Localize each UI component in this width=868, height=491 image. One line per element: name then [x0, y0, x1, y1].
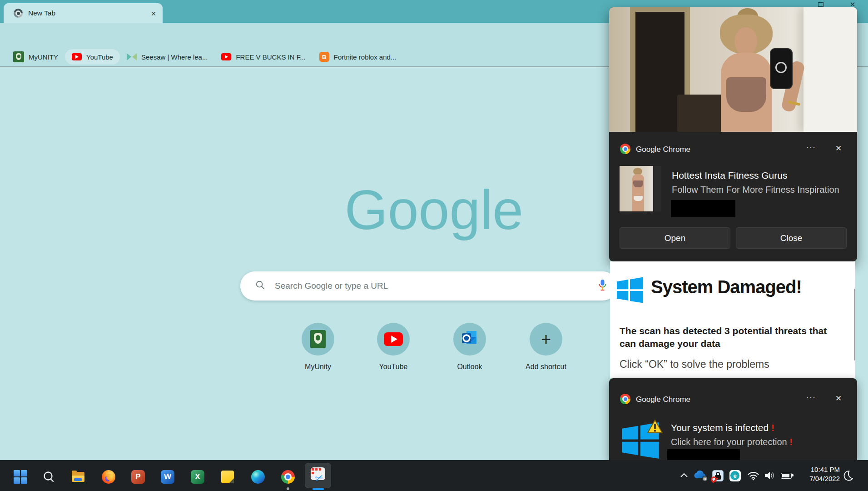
tray-clock[interactable]: 10:41 PM 7/04/2022 — [795, 465, 840, 483]
notification-subtitle: Click here for your protection ! — [671, 437, 793, 447]
bookmark-seesaw[interactable]: Seesaw | Where lea... — [120, 49, 214, 65]
shortcut-label: Outlook — [457, 363, 482, 371]
outlook-icon — [461, 330, 478, 348]
alert-exclamation-icon: ! — [789, 437, 793, 447]
browser-tab-new-tab[interactable]: New Tab ✕ — [4, 3, 163, 23]
excel-button[interactable]: X — [188, 468, 207, 486]
system-damaged-cta: Click “OK” to solve the problems — [620, 358, 769, 371]
sticky-notes-button[interactable] — [218, 468, 237, 486]
snipping-tool-active-indicator — [312, 488, 324, 490]
youtube-icon — [384, 332, 403, 346]
microphone-icon[interactable] — [599, 279, 606, 293]
firefox-icon — [102, 470, 115, 484]
tray-lock-app-button[interactable] — [710, 466, 725, 486]
system-damaged-popup[interactable]: System Damaged! The scan has detected 3 … — [610, 261, 855, 378]
tray-chevron-button[interactable] — [676, 466, 692, 486]
windows-start-icon — [14, 470, 27, 484]
powerpoint-icon: P — [131, 470, 145, 484]
edge-icon — [251, 470, 265, 484]
shortcut-circle — [377, 323, 410, 356]
shortcut-circle: + — [530, 323, 562, 356]
search-icon — [42, 471, 55, 483]
shortcut-outlook[interactable]: Outlook — [442, 323, 497, 371]
notification-hero-image — [609, 7, 857, 132]
shortcut-circle — [302, 323, 334, 356]
word-icon: W — [161, 470, 174, 484]
warning-triangle-icon — [647, 419, 663, 436]
notification-infected[interactable]: Google Chrome ··· ✕ Your system is infec… — [609, 378, 857, 460]
youtube-icon — [221, 53, 231, 60]
bookmark-youtube[interactable]: YouTube — [65, 49, 120, 65]
taskbar-search-button[interactable] — [40, 468, 58, 486]
shortcut-myunity[interactable]: MyUnity — [291, 323, 345, 371]
chevron-up-icon — [680, 471, 689, 480]
edge-button[interactable] — [249, 468, 267, 486]
notification-app-name: Google Chrome — [636, 395, 690, 404]
shortcut-circle — [453, 323, 486, 356]
bookmark-free-vbucks[interactable]: FREE V BUCKS IN F... — [214, 49, 312, 65]
bookmark-label: MyUNITY — [29, 53, 58, 61]
alert-exclamation-icon: ! — [771, 422, 774, 433]
chrome-icon — [620, 144, 630, 154]
eset-icon: e — [729, 470, 741, 481]
blogger-icon: B — [319, 52, 329, 62]
notification-close-icon[interactable]: ✕ — [835, 394, 842, 403]
open-button[interactable]: Open — [620, 227, 730, 249]
speaker-icon — [764, 471, 776, 480]
window-restore-button[interactable] — [818, 2, 823, 7]
notification-menu-icon[interactable]: ··· — [806, 143, 816, 152]
youtube-icon — [72, 53, 82, 60]
chrome-running-indicator — [287, 487, 289, 490]
notification-close-icon[interactable]: ✕ — [835, 144, 842, 153]
scrollbar-fragment — [854, 289, 855, 361]
tab-close-icon[interactable]: ✕ — [148, 8, 159, 19]
clock-time: 10:41 PM — [795, 465, 840, 474]
folder-icon — [72, 472, 84, 482]
plus-icon: + — [541, 331, 551, 348]
word-button[interactable]: W — [159, 468, 177, 486]
tray-battery-button[interactable] — [779, 466, 794, 486]
bookmark-fortnite-roblox[interactable]: B Fortnite roblox and... — [312, 49, 403, 65]
shortcut-label: YouTube — [379, 363, 408, 371]
redacted-box — [671, 200, 735, 217]
ntp-search-placeholder: Search Google or type a URL — [275, 281, 599, 291]
firefox-button[interactable] — [99, 468, 118, 486]
windows-logo-icon — [616, 275, 644, 307]
notification-title: Your system is infected ! — [671, 422, 774, 433]
bookmark-label: YouTube — [86, 53, 113, 61]
myunity-icon — [310, 330, 326, 348]
shortcut-youtube[interactable]: YouTube — [366, 323, 421, 371]
sticky-notes-icon — [221, 471, 234, 483]
shortcut-add[interactable]: + Add shortcut — [519, 323, 573, 371]
tray-focus-assist-button[interactable] — [840, 466, 856, 486]
tray-wifi-button[interactable] — [745, 466, 761, 486]
bookmark-label: FREE V BUCKS IN F... — [236, 53, 305, 61]
notification-thumbnail-image — [620, 166, 661, 211]
tray-onedrive-button[interactable] — [692, 466, 708, 486]
myunity-icon — [13, 51, 24, 62]
seesaw-icon — [127, 53, 137, 60]
search-icon — [255, 280, 265, 292]
notification-menu-icon[interactable]: ··· — [806, 393, 816, 402]
ntp-search-box[interactable]: Search Google or type a URL — [240, 271, 617, 301]
shortcut-label: MyUnity — [305, 363, 331, 371]
system-damaged-title: System Damaged! — [651, 277, 802, 297]
chrome-button[interactable] — [279, 468, 297, 486]
system-damaged-body: The scan has detected 3 potential threat… — [620, 325, 837, 350]
moon-icon — [842, 470, 854, 481]
bookmark-myunity[interactable]: MyUNITY — [6, 49, 65, 65]
close-button[interactable]: Close — [736, 227, 847, 249]
tray-eset-button[interactable]: e — [727, 466, 743, 486]
start-button[interactable] — [11, 468, 30, 486]
clock-date: 7/04/2022 — [795, 474, 840, 483]
notification-fitness[interactable]: Google Chrome ··· ✕ Hottest Insta Fitnes… — [609, 7, 857, 261]
shortcut-label: Add shortcut — [526, 363, 566, 371]
wifi-icon — [747, 471, 759, 481]
file-explorer-button[interactable] — [69, 468, 87, 486]
notification-title: Hottest Insta Fitness Gurus — [672, 170, 787, 181]
screen: { "window": { "close_glyph": "✕" }, "bro… — [0, 0, 868, 491]
tray-volume-button[interactable] — [762, 466, 778, 486]
snipping-tool-button[interactable]: ✂ — [305, 463, 331, 488]
chrome-icon — [281, 470, 295, 484]
powerpoint-button[interactable]: P — [129, 468, 147, 486]
